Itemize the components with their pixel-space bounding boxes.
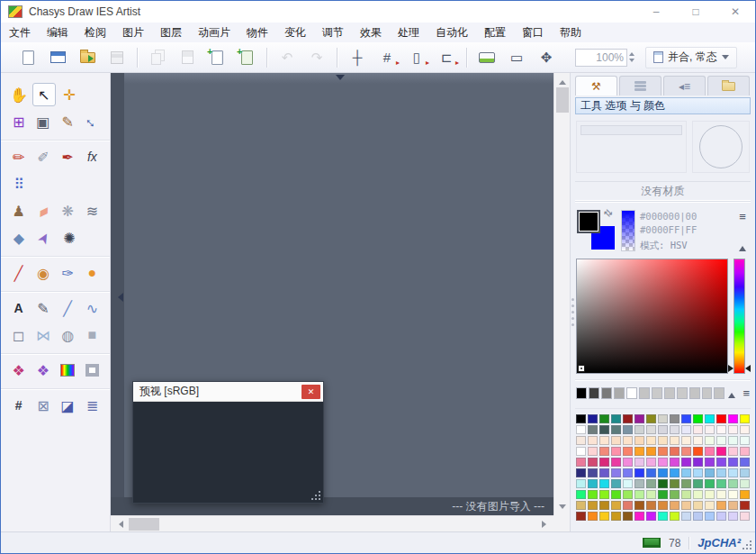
palette-swatch[interactable] <box>599 458 609 467</box>
tool-select-area[interactable]: ⊞ <box>7 110 30 133</box>
zoom-input[interactable]: 100% <box>575 49 627 67</box>
palette-swatch[interactable] <box>658 458 668 467</box>
recent-color-swatch[interactable] <box>689 387 700 399</box>
palette-swatch[interactable] <box>658 468 668 477</box>
palette-swatch[interactable] <box>576 501 586 510</box>
palette-swatch[interactable] <box>658 479 668 488</box>
palette-swatch[interactable] <box>576 447 586 456</box>
tool-effect-brush[interactable]: fx <box>81 145 104 168</box>
palette-swatch[interactable] <box>693 436 703 445</box>
grid-settings-button[interactable]: #▸ <box>377 48 397 68</box>
recent-color-swatch[interactable] <box>601 387 612 399</box>
palette-swatch[interactable] <box>623 447 633 456</box>
palette-swatch[interactable] <box>681 458 691 467</box>
palette-swatch[interactable] <box>576 414 586 423</box>
menu-item-3[interactable]: 图片 <box>114 23 152 43</box>
palette-swatch[interactable] <box>611 512 621 521</box>
palette-swatch[interactable] <box>693 468 703 477</box>
tool-polygon[interactable]: ⋈ <box>32 323 54 347</box>
palette-swatch[interactable] <box>599 414 609 423</box>
palette-swatch[interactable] <box>670 414 680 423</box>
palette-swatch[interactable] <box>658 512 668 521</box>
palette-swatch[interactable] <box>705 501 715 510</box>
color-menu-icon[interactable]: ≡ <box>739 210 746 223</box>
palette-swatch[interactable] <box>611 436 621 445</box>
tool-frame-fill[interactable] <box>81 359 104 382</box>
palette-swatch[interactable] <box>681 501 691 510</box>
palette-swatch[interactable] <box>740 501 750 510</box>
palette-swatch[interactable] <box>634 458 644 467</box>
palette-swatch[interactable] <box>728 512 738 521</box>
tool-wedge[interactable]: ◪ <box>57 394 79 417</box>
menu-item-0[interactable]: 文件 <box>1 23 39 43</box>
palette-swatch[interactable] <box>588 458 598 467</box>
palette-swatch[interactable] <box>728 414 738 423</box>
palette-swatch[interactable] <box>740 414 750 423</box>
scroll-right-button[interactable] <box>537 517 554 531</box>
palette-swatch[interactable] <box>611 458 621 467</box>
palette-swatch[interactable] <box>576 458 586 467</box>
palette-swatch[interactable] <box>693 501 703 510</box>
palette-menu-icon[interactable]: ≡ <box>742 386 750 400</box>
horizontal-scroll-thumb[interactable] <box>129 518 159 531</box>
palette-swatch[interactable] <box>740 425 750 434</box>
tool-fill[interactable]: ❖ <box>7 359 30 382</box>
collapse-up-icon[interactable] <box>739 242 746 251</box>
tool-pan[interactable]: ✋ <box>7 83 31 106</box>
palette-swatch[interactable] <box>740 490 750 499</box>
recent-color-swatch[interactable] <box>614 387 625 399</box>
palette-swatch[interactable] <box>728 479 738 488</box>
palette-swatch[interactable] <box>693 458 703 467</box>
palette-swatch[interactable] <box>588 468 598 477</box>
palette-swatch[interactable] <box>681 425 691 434</box>
palette-swatch[interactable] <box>670 479 680 488</box>
palette-swatch[interactable] <box>658 501 668 510</box>
palette-swatch[interactable] <box>588 479 598 488</box>
frame-select-button[interactable]: ▭ <box>507 48 526 68</box>
open-file-button[interactable] <box>77 48 97 68</box>
sv-marker[interactable] <box>578 365 585 372</box>
palette-swatch[interactable] <box>599 447 609 456</box>
menu-item-11[interactable]: 自动化 <box>428 23 476 43</box>
menu-item-13[interactable]: 窗口 <box>514 23 552 43</box>
palette-swatch[interactable] <box>716 468 726 477</box>
palette-swatch[interactable] <box>670 458 680 467</box>
menu-item-6[interactable]: 物件 <box>238 23 276 43</box>
foreground-color-swatch[interactable] <box>577 210 600 233</box>
recent-color-swatch[interactable] <box>677 387 688 399</box>
palette-swatch[interactable] <box>705 512 715 521</box>
palette-swatch[interactable] <box>681 468 691 477</box>
horizontal-scrollbar[interactable] <box>111 515 554 531</box>
window-resize-grip[interactable] <box>750 548 752 549</box>
tool-grid[interactable]: # <box>7 394 30 417</box>
canvas-area[interactable]: --- 没有图片导入 --- 预视 [sRGB] ✕ <box>111 73 570 531</box>
hue-marker-right-icon[interactable] <box>742 365 751 372</box>
palette-swatch[interactable] <box>681 436 691 445</box>
recent-color-swatch[interactable] <box>589 387 599 399</box>
tool-knife[interactable]: ✎ <box>57 110 79 133</box>
tool-shapes[interactable]: ◻ <box>7 323 30 347</box>
gradient-alpha-strip[interactable] <box>621 210 635 251</box>
tool-curve[interactable]: ∿ <box>81 296 104 320</box>
tool-adjust[interactable]: ≣ <box>81 394 104 417</box>
recent-color-swatch[interactable] <box>626 387 637 399</box>
palette-swatch[interactable] <box>716 479 726 488</box>
palette-swatch[interactable] <box>623 414 633 423</box>
layer-size-button[interactable]: ⊏▸ <box>436 48 456 68</box>
tool-mesh[interactable]: ⊠ <box>32 394 54 417</box>
swap-colors-icon[interactable]: ⇄ <box>601 206 616 221</box>
palette-swatch[interactable] <box>611 479 621 488</box>
zoom-spinner[interactable] <box>629 50 634 65</box>
scroll-up-button[interactable] <box>554 73 571 87</box>
canvas-size-button[interactable]: ▯▸ <box>407 48 427 68</box>
palette-swatch[interactable] <box>611 490 621 499</box>
recent-color-swatch[interactable] <box>702 387 713 399</box>
tool-move[interactable]: ✛ <box>58 83 81 106</box>
tool-splatter[interactable]: ✺ <box>58 226 81 250</box>
saturation-value-square[interactable] <box>576 259 728 374</box>
palette-swatch[interactable] <box>588 490 598 499</box>
palette-swatch[interactable] <box>646 468 656 477</box>
palette-swatch[interactable] <box>670 501 680 510</box>
palette-swatch[interactable] <box>576 468 586 477</box>
palette-swatch[interactable] <box>576 479 586 488</box>
